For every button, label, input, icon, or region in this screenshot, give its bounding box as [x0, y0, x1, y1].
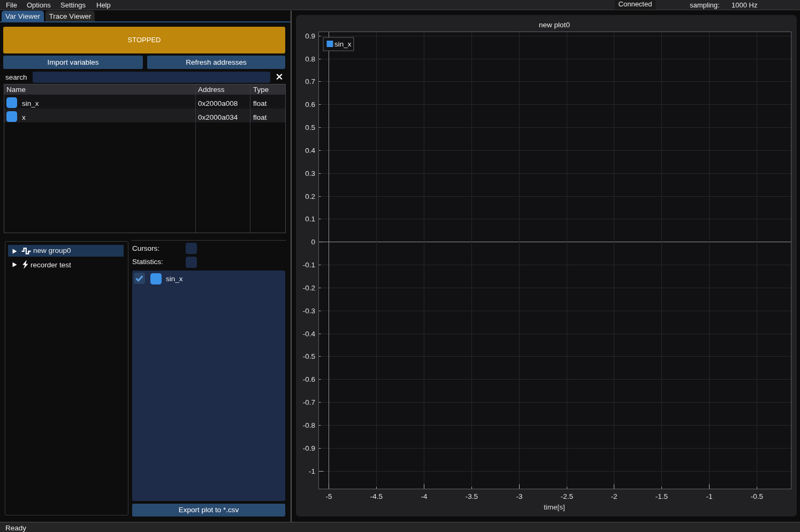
svg-text:0.6: 0.6 [305, 101, 315, 109]
svg-text:-2: -2 [611, 492, 617, 500]
svg-text:0.3: 0.3 [305, 169, 315, 178]
svg-text:-4: -4 [421, 492, 427, 500]
svg-text:-3: -3 [516, 492, 522, 500]
svg-text:-0.6: -0.6 [303, 375, 315, 383]
svg-text:-0.3: -0.3 [303, 307, 315, 315]
svg-text:-0.5: -0.5 [751, 492, 763, 500]
svg-text:sin_x: sin_x [334, 40, 352, 48]
svg-text:-1: -1 [706, 492, 712, 500]
svg-text:-0.8: -0.8 [303, 421, 315, 429]
svg-text:new plot0: new plot0 [539, 21, 570, 29]
svg-text:0.8: 0.8 [305, 55, 315, 63]
svg-text:0: 0 [311, 238, 315, 246]
svg-text:-0.9: -0.9 [303, 444, 315, 452]
svg-text:-0.4: -0.4 [303, 330, 316, 338]
svg-text:-2.5: -2.5 [561, 492, 573, 500]
svg-text:-0.7: -0.7 [303, 398, 315, 406]
svg-text:-1: -1 [309, 467, 315, 475]
svg-text:0.2: 0.2 [305, 192, 315, 201]
svg-text:-0.1: -0.1 [303, 261, 315, 269]
svg-text:time[s]: time[s] [544, 503, 565, 511]
svg-text:-1.5: -1.5 [656, 492, 668, 500]
svg-text:-0.2: -0.2 [303, 284, 315, 292]
svg-text:0.4: 0.4 [305, 147, 315, 155]
svg-text:-0.5: -0.5 [303, 352, 315, 360]
svg-text:0.9: 0.9 [305, 32, 315, 40]
svg-text:-5: -5 [325, 492, 332, 500]
svg-text:0.7: 0.7 [305, 78, 315, 86]
svg-text:0.5: 0.5 [305, 124, 315, 132]
svg-text:-4.5: -4.5 [370, 492, 383, 500]
svg-text:-3.5: -3.5 [466, 492, 478, 500]
svg-text:0.1: 0.1 [305, 215, 315, 223]
